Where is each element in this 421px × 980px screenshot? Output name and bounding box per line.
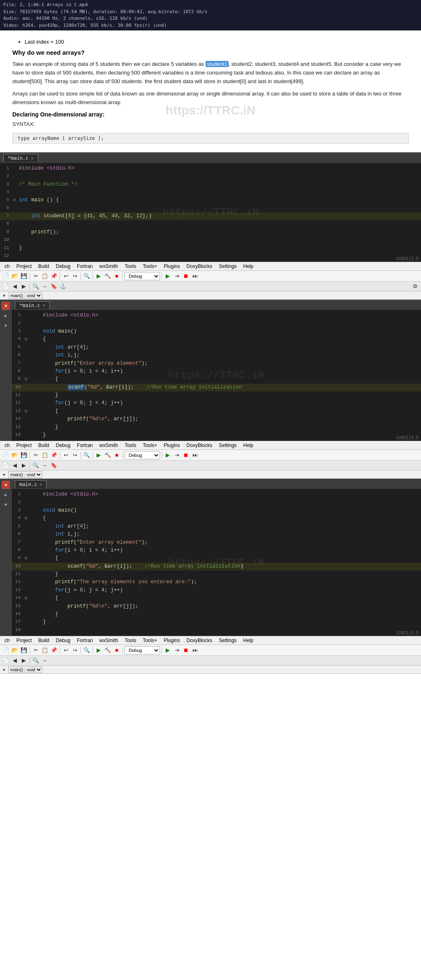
tb3-run-btn[interactable]: ▶ xyxy=(95,646,103,654)
tb3-undo-btn[interactable]: ↩ xyxy=(62,646,70,654)
tb2-undo-btn[interactable]: ↩ xyxy=(62,451,70,459)
menu2-settings[interactable]: Settings xyxy=(216,442,239,449)
tb3-debug-next-btn[interactable]: ⏭ xyxy=(191,646,199,654)
menu-fortran[interactable]: Fortran xyxy=(74,263,96,270)
editor-2-body[interactable]: https://TTRC.iN 1 #include <stdio.h> 2 3… xyxy=(12,310,421,441)
menu-settings[interactable]: Settings xyxy=(216,263,239,270)
menu2-ch[interactable]: ch xyxy=(2,442,13,449)
editor-3-tab[interactable]: main.c ✕ xyxy=(15,480,46,488)
bb-find-btn[interactable]: 🔍 xyxy=(32,282,40,291)
menu3-wxsmith[interactable]: wxSmith xyxy=(97,637,121,644)
tb3-save-btn[interactable]: 💾 xyxy=(20,646,28,654)
tb3-search-btn[interactable]: 🔍 xyxy=(83,646,91,654)
tb2-debug-next-btn[interactable]: ⏭ xyxy=(191,451,199,459)
tb3-build-btn[interactable]: 🔨 xyxy=(104,646,112,654)
tb-config-dropdown[interactable]: Debug Release xyxy=(125,272,160,280)
tb2-open-btn[interactable]: 📂 xyxy=(11,451,19,459)
menu-ch[interactable]: ch xyxy=(2,263,13,270)
tb-debug-stop-btn[interactable]: ⏹ xyxy=(182,272,190,280)
tb2-debug-step-btn[interactable]: ⇥ xyxy=(173,451,181,459)
side-arrow2-btn-3[interactable]: ▾ xyxy=(2,500,10,509)
tb2-debug-stop-btn[interactable]: ⏹ xyxy=(182,451,190,459)
side-arrow-btn-2[interactable]: ▸ xyxy=(2,312,10,320)
editor-1-body[interactable]: https://TTRC.iN 1 #include <stdio.h> 2 3… xyxy=(0,163,421,262)
tb3-config-dropdown[interactable]: Debug Release xyxy=(125,646,160,654)
tb-build-btn[interactable]: 🔨 xyxy=(104,272,112,280)
menu2-project[interactable]: Project xyxy=(14,442,35,449)
tb2-config-dropdown[interactable]: Debug Release xyxy=(125,451,160,459)
menu-debug[interactable]: Debug xyxy=(53,263,73,270)
menu2-toolsplus[interactable]: Tools+ xyxy=(140,442,160,449)
tb2-stop-btn[interactable]: ■ xyxy=(113,451,121,459)
side-close-btn-2[interactable]: ✕ xyxy=(2,302,10,310)
menu-doxyblocks[interactable]: DoxyBlocks xyxy=(184,263,215,270)
menu3-fortran[interactable]: Fortran xyxy=(74,637,96,644)
tb-cut-btn[interactable]: ✂ xyxy=(32,272,40,280)
tb-debug-run-btn[interactable]: ▶ xyxy=(164,272,172,280)
menu3-doxyblocks[interactable]: DoxyBlocks xyxy=(184,637,215,644)
menu3-ch[interactable]: ch xyxy=(2,637,13,644)
bb-replace-btn[interactable]: ↔ xyxy=(41,282,49,291)
tb-paste-btn[interactable]: 📌 xyxy=(50,272,58,280)
menu-help[interactable]: Help xyxy=(241,263,257,270)
tb-new-file-btn[interactable]: 📄 xyxy=(2,272,10,280)
tb2-redo-btn[interactable]: ↪ xyxy=(71,451,79,459)
menu2-build[interactable]: Build xyxy=(35,442,52,449)
tb2-build-btn[interactable]: 🔨 xyxy=(104,451,112,459)
tb3-debug-stop-btn[interactable]: ⏹ xyxy=(182,646,190,654)
editor-2-tab[interactable]: *main.c ✕ xyxy=(15,301,50,309)
tb-copy-btn[interactable]: 📋 xyxy=(41,272,49,280)
menu-build[interactable]: Build xyxy=(35,263,52,270)
tb3-paste-btn[interactable]: 📌 xyxy=(50,646,58,654)
menu-wxsmith[interactable]: wxSmith xyxy=(97,263,121,270)
tb2-paste-btn[interactable]: 📌 xyxy=(50,451,58,459)
bb-nav-btn[interactable]: ⚓ xyxy=(59,282,67,291)
menu3-project[interactable]: Project xyxy=(14,637,35,644)
func-bar-2-select[interactable]: main() : void xyxy=(8,471,42,478)
bb-file-btn[interactable]: 📄 xyxy=(2,282,10,291)
tb3-redo-btn[interactable]: ↪ xyxy=(71,646,79,654)
tb2-copy-btn[interactable]: 📋 xyxy=(41,451,49,459)
bb3-replace-btn[interactable]: ↔ xyxy=(41,656,49,665)
bb2-back-btn[interactable]: ◀ xyxy=(11,461,19,470)
tb3-new-file-btn[interactable]: 📄 xyxy=(2,646,10,654)
tb-undo-btn[interactable]: ↩ xyxy=(62,272,70,280)
editor-2-close-icon[interactable]: ✕ xyxy=(43,303,45,307)
tb2-new-file-btn[interactable]: 📄 xyxy=(2,451,10,459)
tb-search-btn[interactable]: 🔍 xyxy=(83,272,91,280)
bb2-file-btn[interactable]: 📄 xyxy=(2,461,10,470)
menu3-help[interactable]: Help xyxy=(241,637,257,644)
menu2-fortran[interactable]: Fortran xyxy=(74,442,96,449)
tb2-run-btn[interactable]: ▶ xyxy=(95,451,103,459)
tb3-open-btn[interactable]: 📂 xyxy=(11,646,19,654)
menu-toolsplus[interactable]: Tools+ xyxy=(140,263,160,270)
menu2-plugins[interactable]: Plugins xyxy=(161,442,183,449)
bb-extra-btn[interactable]: ⚙ xyxy=(411,282,419,291)
tb-open-btn[interactable]: 📂 xyxy=(11,272,19,280)
bb3-find-btn[interactable]: 🔍 xyxy=(32,656,40,665)
tb3-copy-btn[interactable]: 📋 xyxy=(41,646,49,654)
tb2-search-btn[interactable]: 🔍 xyxy=(83,451,91,459)
bb2-forward-btn[interactable]: ▶ xyxy=(20,461,28,470)
menu3-settings[interactable]: Settings xyxy=(216,637,239,644)
func-bar-3-select[interactable]: main() : void xyxy=(8,666,42,673)
side-arrow2-btn-2[interactable]: ▾ xyxy=(2,321,10,330)
tb3-debug-run-btn[interactable]: ▶ xyxy=(164,646,172,654)
tb-save-btn[interactable]: 💾 xyxy=(20,272,28,280)
bb-bookmark-btn[interactable]: 🔖 xyxy=(50,282,58,291)
menu-project[interactable]: Project xyxy=(14,263,35,270)
bb3-forward-btn[interactable]: ▶ xyxy=(20,656,28,665)
tb-run-btn[interactable]: ▶ xyxy=(95,272,103,280)
bb3-file-btn[interactable]: 📄 xyxy=(2,656,10,665)
menu2-debug[interactable]: Debug xyxy=(53,442,73,449)
menu-tools[interactable]: Tools xyxy=(122,263,139,270)
menu-plugins[interactable]: Plugins xyxy=(161,263,183,270)
tb3-debug-step-btn[interactable]: ⇥ xyxy=(173,646,181,654)
func-bar-1-select[interactable]: main() : void xyxy=(8,292,42,299)
bb3-back-btn[interactable]: ◀ xyxy=(11,656,19,665)
bb2-find-btn[interactable]: 🔍 xyxy=(32,461,40,470)
editor-1-tab[interactable]: *main.c ✕ xyxy=(3,154,38,162)
menu3-plugins[interactable]: Plugins xyxy=(161,637,183,644)
menu2-help[interactable]: Help xyxy=(241,442,257,449)
menu3-tools[interactable]: Tools xyxy=(122,637,139,644)
